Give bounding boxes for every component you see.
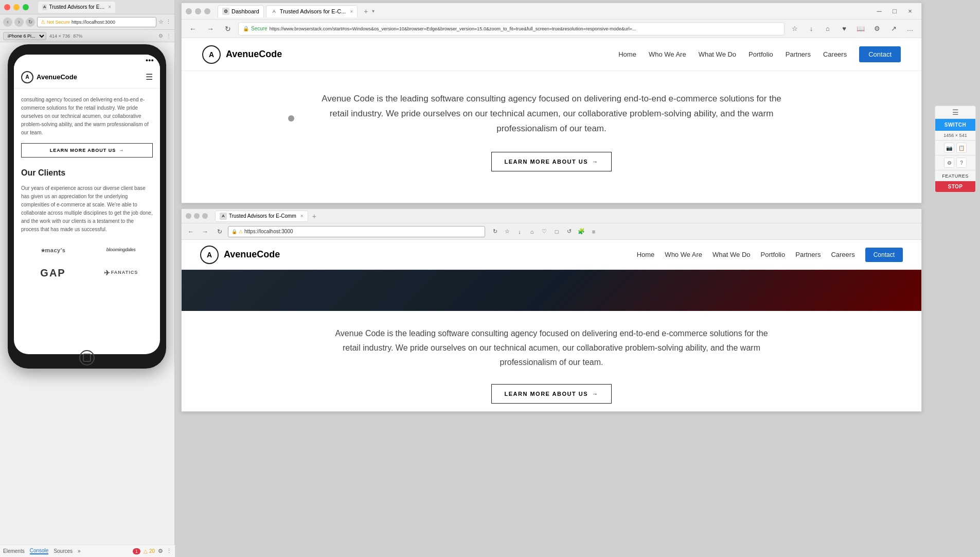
devtools-more-tabs-icon[interactable]: » — [78, 548, 81, 554]
ff-nav-who-we-are[interactable]: Who We Are — [665, 251, 702, 258]
edge-favorites-icon[interactable]: ♥ — [837, 22, 851, 36]
edge-star-icon[interactable]: ☆ — [788, 22, 802, 36]
edge-min-btn[interactable] — [195, 8, 201, 14]
bs-stop-button[interactable]: STOP — [935, 181, 975, 192]
devtools-dots-icon[interactable]: ⋮ — [166, 548, 172, 554]
devtools-settings-icon[interactable]: ⚙ — [158, 548, 163, 554]
edge-back-button[interactable]: ← — [186, 22, 200, 36]
more-icon[interactable]: ⋮ — [166, 19, 171, 25]
ff-nav-portfolio[interactable]: Portfolio — [761, 251, 786, 258]
back-button[interactable]: ‹ — [3, 18, 12, 27]
bs-help-icon[interactable]: ? — [956, 158, 967, 168]
ff-tab-active[interactable]: A Trusted Advisors for E-Comm × — [215, 211, 308, 222]
ff-url-text: https://localhost:3000 — [244, 229, 293, 234]
ff-nav-what-we-do[interactable]: What We Do — [712, 251, 750, 258]
viewport-settings-icon[interactable]: ⚙ — [158, 33, 163, 39]
edge-share-icon[interactable]: ↗ — [886, 22, 901, 36]
fanatics-wing-icon: ✈ — [104, 268, 110, 278]
ff-extension-icon[interactable]: 🧩 — [576, 226, 587, 237]
edge-window-restore[interactable]: □ — [887, 4, 902, 19]
ff-back-button[interactable]: ← — [185, 225, 197, 238]
edge-settings-icon[interactable]: ⚙ — [870, 22, 884, 36]
edge-forward-button[interactable]: → — [203, 22, 218, 36]
refresh-button[interactable]: ↻ — [26, 18, 35, 27]
edge-window-close[interactable]: × — [903, 4, 917, 19]
forward-button[interactable]: › — [14, 18, 24, 27]
ff-nav-careers[interactable]: Careers — [831, 251, 854, 258]
edge-new-tab-icon[interactable]: + — [364, 7, 368, 15]
edge-reading-icon[interactable]: 📖 — [853, 22, 868, 36]
edge-refresh-button[interactable]: ↻ — [221, 22, 235, 36]
ff-nav-partners[interactable]: Partners — [795, 251, 821, 258]
firefox-browser-window: A Trusted Advisors for E-Comm × + ← → ↻ … — [181, 208, 922, 412]
ff-refresh-button[interactable]: ↻ — [213, 225, 226, 238]
ff-reload-icon[interactable]: ↻ — [489, 226, 501, 237]
device-selector[interactable]: iPhone 6 Pi... — [3, 32, 46, 40]
bs-features-button[interactable]: FEATURES — [935, 171, 975, 181]
viewport-dimensions: 414 × 736 — [49, 33, 70, 39]
edge-nav-portfolio[interactable]: Portfolio — [749, 50, 773, 58]
edge-tab-dropdown-icon[interactable]: ▾ — [372, 8, 375, 14]
phone-home-button[interactable] — [79, 350, 95, 365]
ff-close-btn[interactable] — [186, 213, 191, 219]
edge-nav-home[interactable]: Home — [618, 50, 636, 58]
edge-nav-who-we-are[interactable]: Who We Are — [649, 50, 686, 58]
edge-hero-section: Avenue Code is the leading software cons… — [182, 71, 921, 192]
edge-tab-site[interactable]: A Trusted Advisors for E-C... × — [266, 5, 358, 18]
ff-hero-section: Avenue Code is the leading software cons… — [182, 311, 921, 411]
tab-label: Trusted Advisors for E-Comm... — [49, 4, 105, 10]
ff-screenshot-icon[interactable]: □ — [551, 226, 562, 237]
ff-pocket-icon[interactable]: ♡ — [539, 226, 550, 237]
edge-learn-more-button[interactable]: LEARN MORE ABOUT US → — [491, 152, 611, 171]
browser-tab-active[interactable]: A Trusted Advisors for E-Comm... × — [38, 2, 115, 13]
maximize-btn[interactable] — [23, 4, 29, 10]
edge-home-icon[interactable]: ⌂ — [821, 22, 835, 36]
ff-forward-button[interactable]: → — [199, 225, 211, 238]
ff-insecure-icon: ⚠ — [239, 229, 243, 234]
ff-sync-icon[interactable]: ↺ — [563, 226, 575, 237]
edge-tab-dashboard[interactable]: ⚙ Dashboard — [218, 5, 264, 18]
edge-max-btn[interactable] — [204, 8, 210, 14]
edge-contact-button[interactable]: Contact — [859, 46, 901, 62]
ff-min-btn[interactable] — [194, 213, 200, 219]
bs-clipboard-icon[interactable]: 📋 — [956, 143, 967, 153]
ff-contact-button[interactable]: Contact — [865, 248, 903, 262]
edge-close-btn[interactable] — [186, 8, 192, 14]
edge-download-icon[interactable]: ↓ — [804, 22, 818, 36]
edge-url-field[interactable]: 🔒 Secure https://www.browserstack.com/st… — [238, 22, 785, 36]
edge-tab-close-icon[interactable]: × — [350, 9, 353, 14]
tab-close-icon[interactable]: × — [108, 4, 111, 10]
devtools-elements-tab[interactable]: Elements — [3, 548, 25, 554]
edge-nav-what-we-do[interactable]: What We Do — [699, 50, 736, 58]
ff-download-icon[interactable]: ↓ — [514, 226, 525, 237]
minimize-btn[interactable] — [13, 4, 20, 10]
ff-max-btn[interactable] — [202, 213, 208, 219]
url-field[interactable]: ⚠ Not Secure https://localhost:3000 — [37, 17, 156, 27]
phone-learn-more-button[interactable]: LEARN MORE ABOUT US → — [21, 143, 153, 158]
edge-nav-partners[interactable]: Partners — [786, 50, 811, 58]
edge-nav-careers[interactable]: Careers — [823, 50, 847, 58]
ff-new-tab-icon[interactable]: + — [312, 212, 316, 220]
devtools-sources-tab[interactable]: Sources — [54, 548, 73, 554]
bs-camera-icon[interactable]: 📷 — [944, 143, 954, 153]
ff-nav-home[interactable]: Home — [637, 251, 655, 258]
ff-learn-more-button[interactable]: LEARN MORE ABOUT US → — [491, 384, 611, 404]
ff-url-field[interactable]: 🔒 ⚠ https://localhost:3000 — [228, 226, 485, 237]
bookmark-icon[interactable]: ☆ — [158, 19, 164, 25]
not-secure-label: Not Secure — [47, 20, 70, 25]
viewport-more-icon[interactable]: ⋮ — [166, 33, 171, 39]
edge-logo-text: AvenueCode — [226, 49, 282, 60]
bs-settings-icon[interactable]: ⚙ — [944, 158, 954, 168]
edge-more-icon[interactable]: … — [903, 22, 917, 36]
edge-window-minimize[interactable]: ─ — [872, 4, 886, 19]
hamburger-menu-icon[interactable]: ☰ — [146, 72, 153, 82]
devtools-console-tab[interactable]: Console — [30, 548, 49, 554]
ff-home-icon[interactable]: ⌂ — [526, 226, 538, 237]
ff-more-icon[interactable]: ≡ — [588, 226, 599, 237]
ff-tab-close-icon[interactable]: × — [300, 213, 304, 219]
close-btn[interactable] — [4, 4, 10, 10]
ff-star-icon[interactable]: ☆ — [502, 226, 513, 237]
phone-content-area[interactable]: consulting agency focused on delivering … — [14, 89, 160, 354]
bs-switch-button[interactable]: SWITCH — [935, 119, 975, 131]
bs-icon-row: 📷 📋 — [935, 141, 975, 155]
